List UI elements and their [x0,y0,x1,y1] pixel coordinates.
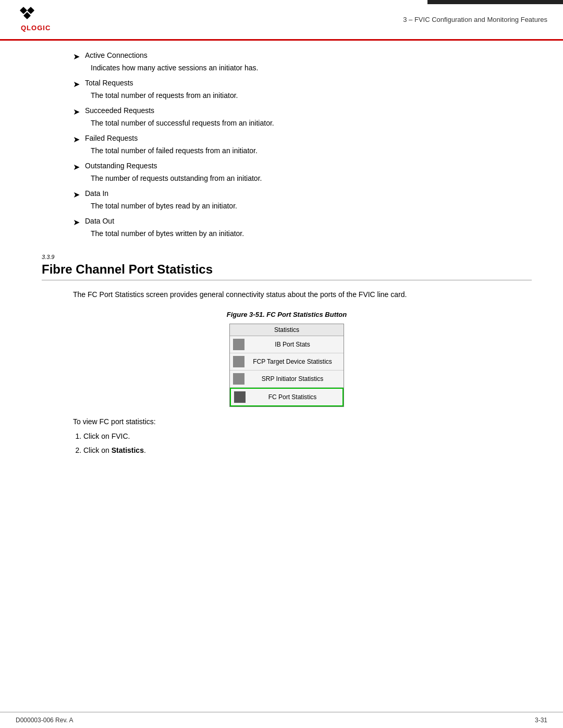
bullet-item: ➤ Data In [42,189,532,200]
bullet-description: The total number of bytes read by an ini… [42,201,532,212]
bullet-icon: ➤ [73,79,80,89]
bullet-icon: ➤ [73,107,80,117]
header-accent-bar [427,0,563,4]
menu-item-icon [233,356,244,367]
step-2-suffix: . [144,446,146,454]
step-1-text: Click on FVIC. [83,432,130,440]
svg-text:QLOGIC: QLOGIC [21,24,51,32]
bullet-item: ➤ Failed Requests [42,134,532,144]
bullet-description: The total number of bytes written by an … [42,228,532,239]
svg-rect-2 [23,11,31,19]
stats-menu-item-fcp-target[interactable]: FCP Target Device Statistics [230,353,344,371]
bullet-item: ➤ Data Out [42,217,532,227]
bullet-description: The total number of requests from an ini… [42,90,532,101]
main-content: ➤ Active Connections Indicates how many … [0,41,563,475]
section-number: 3.3.9 [42,254,532,260]
menu-item-icon [234,391,246,403]
section-title: Fibre Channel Port Statistics [42,262,532,280]
section-body: The FC Port Statistics screen provides g… [42,289,532,300]
bullet-section-total-requests: ➤ Total Requests The total number of req… [42,79,532,101]
list-item: Click on Statistics. [83,445,532,456]
bullet-section-outstanding-requests: ➤ Outstanding Requests The number of req… [42,162,532,184]
bullet-section-failed-requests: ➤ Failed Requests The total number of fa… [42,134,532,156]
figure-caption: Figure 3-51. FC Port Statistics Button [42,311,532,318]
instructions-intro: To view FC port statistics: [42,417,532,426]
bullet-label: Failed Requests [85,134,138,142]
bullet-label: Outstanding Requests [85,162,157,170]
footer-right: 3-31 [535,717,547,724]
bullet-item: ➤ Outstanding Requests [42,162,532,172]
bullet-description: The number of requests outstanding from … [42,173,532,184]
svg-rect-1 [27,7,34,14]
bullet-list: ➤ Active Connections Indicates how many … [42,51,532,239]
bullet-icon: ➤ [73,190,80,200]
bullet-section-data-out: ➤ Data Out The total number of bytes wri… [42,217,532,239]
statistics-menu-widget: Statistics IB Port Stats FCP Target Devi… [229,324,344,407]
bullet-icon: ➤ [73,162,80,172]
logo-area: QLOGIC [16,5,68,34]
stats-menu-item-label: FCP Target Device Statistics [249,358,344,365]
bullet-description: The total number of failed requests from… [42,145,532,156]
svg-rect-0 [20,7,27,14]
page-header: QLOGIC 3 – FVIC Configuration and Monito… [0,0,563,41]
step-2-text: Click on Statistics. [83,446,146,454]
bullet-label: Data In [85,189,108,198]
bullet-item: ➤ Active Connections [42,51,532,61]
page-footer: D000003-006 Rev. A 3-31 [0,712,563,728]
menu-item-icon [233,373,244,385]
bullet-section-succeeded-requests: ➤ Succeeded Requests The total number of… [42,106,532,129]
list-item: Click on FVIC. [83,431,532,442]
bullet-label: Data Out [85,217,114,225]
bullet-icon: ➤ [73,217,80,227]
qlogic-logo: QLOGIC [18,7,65,33]
bullet-description: The total number of successful requests … [42,118,532,129]
instructions-list: Click on FVIC. Click on Statistics. [42,431,532,456]
bullet-label: Succeeded Requests [85,106,154,115]
bullet-label: Total Requests [85,79,133,87]
menu-item-icon [233,339,244,350]
bullet-section-active-connections: ➤ Active Connections Indicates how many … [42,51,532,73]
figure-container: Figure 3-51. FC Port Statistics Button S… [42,311,532,407]
bullet-description: Indicates how many active sessions an in… [42,63,532,73]
stats-menu-item-ib-port-stats[interactable]: IB Port Stats [230,336,344,353]
footer-left: D000003-006 Rev. A [16,717,74,724]
bullet-icon: ➤ [73,134,80,144]
bullet-item: ➤ Succeeded Requests [42,106,532,117]
bullet-section-data-in: ➤ Data In The total number of bytes read… [42,189,532,212]
header-title: 3 – FVIC Configuration and Monitoring Fe… [403,16,547,23]
bullet-item: ➤ Total Requests [42,79,532,89]
step-2-bold: Statistics [112,446,144,454]
stats-menu-title: Statistics [230,324,344,336]
stats-menu-item-srp-initiator[interactable]: SRP Initiator Statistics [230,371,344,388]
stats-menu-item-label: IB Port Stats [249,341,344,348]
stats-menu-item-fc-port-stats[interactable]: FC Port Statistics [230,388,344,406]
bullet-label: Active Connections [85,51,148,59]
bullet-icon: ➤ [73,52,80,61]
stats-menu-item-label: SRP Initiator Statistics [249,375,344,382]
stats-menu-item-label: FC Port Statistics [250,393,342,401]
